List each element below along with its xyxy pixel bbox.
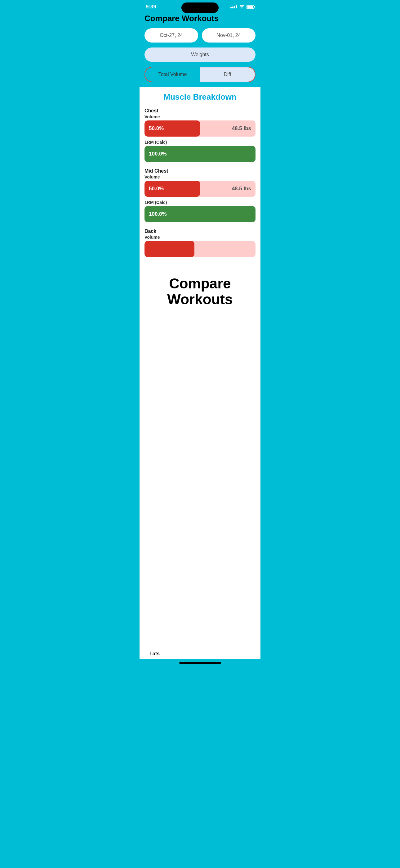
date-picker-row: Oct-27, 24 Nov-01, 24 xyxy=(139,28,261,48)
bottom-nav-area: Lats xyxy=(139,646,261,669)
signal-dot-1 xyxy=(230,7,232,8)
bar-value-chest-volume: 48.5 lbs xyxy=(232,125,251,132)
svg-point-0 xyxy=(241,7,242,8)
muscle-name-mid-chest: Mid Chest xyxy=(144,168,256,174)
bar-mid-chest-volume: 50.0% 48.5 lbs xyxy=(144,181,256,197)
metric-label-chest-1rm: 1RM (Calc) xyxy=(144,140,256,145)
muscle-group-back: Back Volume xyxy=(144,228,256,257)
bar-percent-mid-chest-volume: 50.0% xyxy=(149,186,164,192)
content-area: Muscle Breakdown Chest Volume 50.0% 48.5… xyxy=(139,87,261,646)
workout-type-button[interactable]: Weights xyxy=(144,48,256,62)
signal-dot-2 xyxy=(232,6,233,8)
status-icons xyxy=(230,4,254,10)
bar-percent-chest-volume: 50.0% xyxy=(149,125,164,132)
tab-total-volume[interactable]: Total Volume xyxy=(145,67,200,82)
bar-fill-chest-1rm: 100.0% xyxy=(144,146,256,162)
bar-chest-volume: 50.0% 48.5 lbs xyxy=(144,120,256,136)
bar-mid-chest-1rm: 100.0% 6.5 lbs xyxy=(144,206,256,222)
signal-dots xyxy=(230,5,237,8)
page-title: Compare Workouts xyxy=(139,11,261,28)
battery-fill xyxy=(247,6,253,8)
muscle-group-mid-chest: Mid Chest Volume 50.0% 48.5 lbs 1RM (Cal… xyxy=(144,168,256,222)
signal-dot-4 xyxy=(236,5,237,8)
muscle-group-chest: Chest Volume 50.0% 48.5 lbs 1RM (Calc) 1… xyxy=(144,108,256,162)
bar-value-mid-chest-volume: 48.5 lbs xyxy=(232,186,251,192)
battery-icon xyxy=(246,5,254,9)
muscle-name-chest: Chest xyxy=(144,108,256,114)
signal-dot-3 xyxy=(234,6,235,8)
bar-back-volume xyxy=(144,241,256,257)
bar-chest-1rm: 100.0% 6.5 lbs xyxy=(144,146,256,162)
bar-fill-back-volume xyxy=(144,241,194,257)
compare-workouts-large: Compare Workouts xyxy=(144,263,256,319)
dynamic-island xyxy=(181,2,219,13)
metric-label-mid-chest-1rm: 1RM (Calc) xyxy=(144,200,256,205)
status-bar: 9:39 xyxy=(139,0,261,11)
bar-percent-mid-chest-1rm: 100.0% xyxy=(149,211,167,217)
date-button-2[interactable]: Nov-01, 24 xyxy=(202,28,256,42)
metric-label-mid-chest-volume: Volume xyxy=(144,175,256,180)
home-indicator xyxy=(179,662,221,664)
lats-label: Lats xyxy=(144,651,256,657)
bar-fill-mid-chest-volume: 50.0% xyxy=(144,181,200,197)
muscle-name-back: Back xyxy=(144,228,256,234)
metric-label-back-volume: Volume xyxy=(144,235,256,240)
section-title: Muscle Breakdown xyxy=(144,92,256,102)
bar-fill-mid-chest-1rm: 100.0% xyxy=(144,206,256,222)
wifi-icon xyxy=(239,4,245,10)
bar-percent-chest-1rm: 100.0% xyxy=(149,151,167,157)
tab-diff[interactable]: Diff xyxy=(200,67,255,82)
metric-label-chest-volume: Volume xyxy=(144,114,256,119)
status-time: 9:39 xyxy=(146,4,156,10)
date-button-1[interactable]: Oct-27, 24 xyxy=(144,28,198,42)
tab-row: Total Volume Diff xyxy=(144,67,256,82)
bar-fill-chest-volume: 50.0% xyxy=(144,120,200,136)
